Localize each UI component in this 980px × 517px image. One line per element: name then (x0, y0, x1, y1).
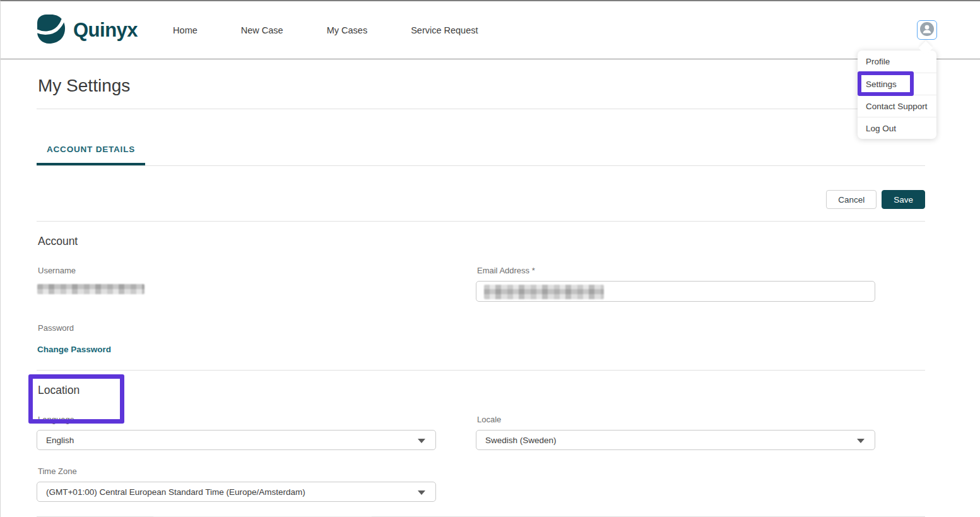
cancel-button[interactable]: Cancel (826, 190, 877, 209)
page-content: My Settings ACCOUNT DETAILS Cancel Save … (1, 59, 980, 517)
main-nav: Home New Case My Cases Service Request (173, 25, 478, 35)
nav-service-request[interactable]: Service Request (411, 25, 478, 35)
locale-label: Locale (477, 415, 875, 424)
tab-bar: ACCOUNT DETAILS (37, 146, 925, 165)
change-password-link[interactable]: Change Password (37, 345, 111, 354)
locale-selected-value: Swedish (Sweden) (485, 436, 557, 445)
account-row: Username Password Change Password Email … (37, 262, 925, 355)
username-label: Username (38, 266, 436, 275)
nav-my-cases[interactable]: My Cases (327, 25, 367, 35)
menu-item-contact-support[interactable]: Contact Support (858, 95, 936, 117)
email-label: Email Address * (477, 266, 875, 275)
menu-item-settings[interactable]: Settings (858, 73, 936, 95)
top-navbar: Quinyx Home New Case My Cases Service Re… (1, 1, 980, 59)
location-section-heading: Location (37, 371, 925, 397)
language-selected-value: English (46, 436, 74, 445)
tab-divider (37, 165, 925, 166)
chevron-down-icon (418, 439, 425, 443)
timezone-selected-value: (GMT+01:00) Central European Standard Ti… (46, 487, 305, 497)
language-label: Language (38, 415, 436, 424)
language-select[interactable]: English (37, 430, 436, 450)
menu-item-log-out[interactable]: Log Out (858, 117, 936, 139)
title-divider (37, 109, 925, 109)
quinyx-logo[interactable]: Quinyx (37, 14, 138, 47)
email-value-redacted (484, 285, 604, 299)
chevron-down-icon (857, 439, 865, 443)
page-title: My Settings (37, 59, 925, 109)
form-actions: Cancel Save (37, 190, 925, 209)
account-section-heading: Account (37, 222, 925, 248)
location-row-2: Time Zone (GMT+01:00) Central European S… (37, 463, 925, 502)
quinyx-logo-icon (37, 14, 66, 47)
username-value-redacted (37, 284, 145, 294)
email-input[interactable] (476, 281, 875, 302)
tab-account-details[interactable]: ACCOUNT DETAILS (37, 146, 145, 165)
password-label: Password (38, 323, 436, 333)
timezone-label: Time Zone (38, 466, 436, 476)
location-row-1: Language English Locale Swedish (Sweden) (37, 411, 925, 450)
save-button[interactable]: Save (882, 190, 925, 209)
app-window: Quinyx Home New Case My Cases Service Re… (0, 0, 980, 517)
timezone-select[interactable]: (GMT+01:00) Central European Standard Ti… (37, 482, 436, 502)
person-icon (920, 22, 934, 39)
user-dropdown-menu: Profile Settings Contact Support Log Out (858, 51, 936, 139)
nav-new-case[interactable]: New Case (241, 25, 283, 35)
locale-select[interactable]: Swedish (Sweden) (476, 430, 875, 450)
nav-home[interactable]: Home (173, 25, 198, 35)
chevron-down-icon (418, 490, 425, 495)
quinyx-logo-text: Quinyx (73, 19, 138, 42)
user-avatar-button[interactable] (917, 20, 937, 40)
